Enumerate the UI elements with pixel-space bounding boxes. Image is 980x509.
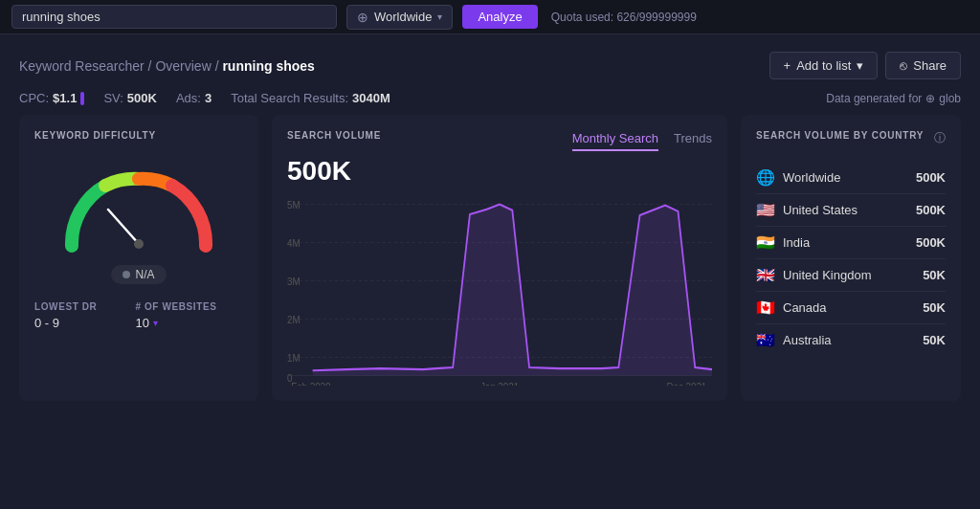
country-left: 🇬🇧 United Kingdom — [756, 266, 872, 284]
kd-badge: N/A — [111, 265, 166, 284]
country-row[interactable]: 🇨🇦 Canada 50K — [756, 292, 946, 324]
search-volume-card: SEARCH VOLUME Monthly Search Trends 500K — [272, 115, 727, 401]
svg-text:3M: 3M — [287, 275, 301, 287]
country-left: 🇮🇳 India — [756, 233, 810, 252]
breadcrumb-prefix: Keyword Researcher / Overview / — [19, 58, 222, 74]
country-volume-card: SEARCH VOLUME BY COUNTRY ⓘ 🌐 Worldwide 5… — [741, 115, 961, 401]
svg-text:2M: 2M — [287, 313, 301, 325]
country-list: 🌐 Worldwide 500K 🇺🇸 United States 500K 🇮… — [756, 162, 946, 356]
sv-stat: SV: 500K — [103, 91, 157, 105]
country-volume: 50K — [923, 300, 946, 315]
search-volume-chart: 5M 4M 3M 2M 1M 0 Feb 2020 Jan 2021 Dec 2… — [287, 194, 712, 386]
country-volume: 50K — [923, 268, 946, 282]
total-label: Total Search Results: — [231, 91, 348, 105]
header-actions: + Add to list ▾ ⎋ Share — [769, 52, 961, 79]
share-icon: ⎋ — [900, 58, 907, 73]
svg-text:Dec 2021: Dec 2021 — [666, 380, 706, 386]
cpc-stat: CPC: $1.1 — [19, 91, 84, 105]
cpc-label: CPC: — [19, 91, 49, 105]
country-volume: 500K — [916, 170, 946, 185]
country-name: United Kingdom — [783, 268, 872, 282]
websites-col: # OF WEBSITES 10 ▾ — [135, 301, 216, 330]
country-row[interactable]: 🇦🇺 Australia 50K — [756, 324, 946, 356]
total-value: 3040M — [352, 91, 390, 105]
region-selector[interactable]: ⊕ Worldwide ▾ — [346, 5, 453, 30]
share-button[interactable]: ⎋ Share — [885, 52, 961, 79]
ads-stat: Ads: 3 — [176, 91, 212, 105]
country-card-header: SEARCH VOLUME BY COUNTRY ⓘ — [756, 130, 946, 152]
country-flag: 🌐 — [756, 168, 775, 187]
country-flag: 🇮🇳 — [756, 233, 775, 252]
svg-text:Feb 2020: Feb 2020 — [291, 380, 330, 386]
info-icon[interactable]: ⓘ — [934, 130, 946, 146]
country-name: Worldwide — [783, 170, 840, 185]
svg-text:4M: 4M — [287, 236, 301, 249]
globe-icon-2: ⊕ — [925, 92, 935, 105]
chevron-down-icon: ▾ — [153, 318, 158, 328]
country-left: 🇺🇸 United States — [756, 201, 858, 219]
country-flag: 🇬🇧 — [756, 266, 775, 284]
sv-label: SV: — [103, 91, 122, 105]
svg-text:1M: 1M — [287, 351, 301, 364]
svg-marker-14 — [313, 205, 712, 376]
page-keyword: running shoes — [222, 58, 314, 74]
sv-value: 500K — [127, 91, 157, 105]
country-row[interactable]: 🇺🇸 United States 500K — [756, 194, 946, 227]
kd-card-title: KEYWORD DIFFICULTY — [34, 130, 243, 141]
country-row[interactable]: 🇬🇧 United Kingdom 50K — [756, 259, 946, 292]
country-name: Australia — [783, 333, 832, 347]
quota-text: Quota used: 626/999999999 — [551, 11, 697, 24]
svg-line-0 — [108, 210, 139, 244]
share-label: Share — [913, 58, 947, 73]
data-gen-suffix: glob — [939, 92, 961, 105]
ads-value: 3 — [205, 91, 212, 105]
lowest-dr-label: LOWEST DR — [34, 301, 97, 312]
data-gen-info: Data generated for ⊕ glob — [826, 92, 961, 105]
country-volume: 50K — [923, 333, 946, 347]
gauge-chart — [53, 160, 225, 255]
kd-badge-label: N/A — [135, 268, 154, 281]
tab-monthly-search[interactable]: Monthly Search — [572, 131, 658, 151]
country-row[interactable]: 🇮🇳 India 500K — [756, 227, 946, 259]
country-name: United States — [783, 203, 858, 217]
country-flag: 🇨🇦 — [756, 299, 775, 317]
plus-icon: + — [784, 58, 791, 73]
svg-point-1 — [134, 239, 144, 249]
sv-volume-value: 500K — [287, 156, 712, 187]
country-row[interactable]: 🌐 Worldwide 500K — [756, 162, 946, 194]
region-label: Worldwide — [374, 10, 432, 24]
country-volume: 500K — [916, 235, 946, 250]
sv-tabs: Monthly Search Trends — [572, 131, 712, 151]
total-stat: Total Search Results: 3040M — [231, 91, 390, 105]
country-volume: 500K — [916, 203, 946, 217]
chart-svg: 5M 4M 3M 2M 1M 0 Feb 2020 Jan 2021 Dec 2… — [287, 194, 712, 386]
stats-bar: CPC: $1.1 SV: 500K Ads: 3 Total Search R… — [19, 91, 961, 105]
country-left: 🇦🇺 Australia — [756, 331, 832, 349]
sv-header: SEARCH VOLUME Monthly Search Trends — [287, 130, 712, 152]
svg-text:5M: 5M — [287, 198, 301, 210]
country-left: 🌐 Worldwide — [756, 168, 840, 187]
chevron-down-icon: ▾ — [857, 58, 863, 73]
sv-card-title: SEARCH VOLUME — [287, 130, 381, 141]
svg-text:Jan 2021: Jan 2021 — [480, 380, 519, 386]
lowest-dr-value: 0 - 9 — [34, 316, 97, 330]
country-name: Canada — [783, 300, 827, 315]
chevron-down-icon: ▾ — [437, 11, 442, 22]
search-input[interactable] — [11, 5, 337, 29]
topbar: ⊕ Worldwide ▾ Analyze Quota used: 626/99… — [0, 0, 980, 34]
country-card-title: SEARCH VOLUME BY COUNTRY — [756, 130, 924, 141]
kd-footer: LOWEST DR 0 - 9 # OF WEBSITES 10 ▾ — [34, 301, 243, 330]
keyword-difficulty-card: KEYWORD DIFFICULTY — [19, 115, 258, 401]
country-name: India — [783, 235, 810, 250]
add-to-list-button[interactable]: + Add to list ▾ — [769, 52, 879, 79]
main-content: Keyword Researcher / Overview / running … — [0, 34, 980, 401]
country-left: 🇨🇦 Canada — [756, 299, 827, 317]
country-flag: 🇦🇺 — [756, 331, 775, 349]
analyze-button[interactable]: Analyze — [462, 5, 537, 29]
main-grid: KEYWORD DIFFICULTY — [19, 115, 961, 401]
add-to-list-label: Add to list — [796, 58, 851, 73]
ads-label: Ads: — [176, 91, 201, 105]
tab-trends[interactable]: Trends — [674, 131, 712, 151]
gauge-svg — [53, 160, 225, 255]
country-flag: 🇺🇸 — [756, 201, 775, 219]
